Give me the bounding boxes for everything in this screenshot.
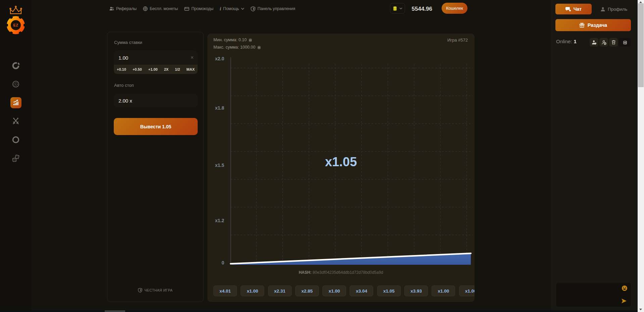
- giveaway-button[interactable]: Раздача: [555, 19, 631, 31]
- svg-text:EZ: EZ: [13, 23, 18, 27]
- history-multiplier[interactable]: x3.04: [350, 286, 373, 296]
- game-hash: HASH: 80e3df04235d64ddb1d72d78bd0d5a9d: [207, 270, 475, 275]
- fair-shield-icon: [138, 288, 142, 293]
- shield-icon: [251, 6, 255, 11]
- gift-icon: [579, 22, 585, 28]
- coins-icon: [623, 40, 628, 45]
- bet-panel: Сумма ставки 1.00 × +0.10 +0.50 +1.00 2X…: [107, 32, 204, 302]
- quick-amount-row: +0.10 +0.50 +1.00 2X 1/2 MAX: [114, 65, 198, 74]
- online-count: Online:1: [556, 39, 577, 44]
- profile-button[interactable]: Профиль: [600, 4, 627, 14]
- history-multiplier[interactable]: x2.31: [268, 286, 292, 296]
- history-multiplier[interactable]: x1.05: [377, 286, 401, 296]
- history-multiplier[interactable]: x1.00: [241, 286, 264, 296]
- crown-icon: [10, 6, 21, 14]
- quick-double[interactable]: 2X: [164, 67, 168, 71]
- quick-max[interactable]: MAX: [187, 67, 195, 71]
- chat-icon: [565, 7, 571, 12]
- sidebar-item-wheel[interactable]: [9, 59, 22, 72]
- sidebar-item-battles[interactable]: [9, 114, 22, 128]
- sidebar-item-ring[interactable]: [9, 133, 22, 146]
- chevron-down-icon: [241, 8, 244, 10]
- crash-icon: [12, 99, 19, 106]
- app: EZ: [0, 0, 644, 312]
- user-block-icon: [601, 40, 606, 45]
- referrals-icon: [109, 6, 114, 11]
- wallet-button[interactable]: Кошелек: [442, 3, 467, 14]
- sidebar: EZ: [0, 0, 32, 312]
- bet-amount-group: 1.00 × +0.10 +0.50 +1.00 2X 1/2 MAX: [114, 51, 198, 74]
- history-multiplier[interactable]: x1.00: [323, 286, 346, 296]
- nav-help[interactable]: i Помощь: [220, 6, 244, 11]
- autostop-input[interactable]: 2.00 x: [114, 94, 198, 107]
- horizontal-scrollbar[interactable]: [0, 310, 638, 312]
- ignore-user-button[interactable]: [599, 38, 608, 47]
- vertical-scrollbar-thumb[interactable]: [638, 3, 644, 87]
- chat-button[interactable]: Чат: [555, 4, 592, 14]
- wheel-icon: [12, 62, 20, 70]
- send-icon[interactable]: [621, 298, 627, 304]
- nav-free-coins[interactable]: Беспл. монеты: [143, 6, 178, 11]
- roulette-icon: [12, 80, 19, 88]
- trash-icon: [611, 40, 616, 45]
- info-icon: i: [220, 6, 221, 11]
- sidebar-item-dice[interactable]: [9, 151, 22, 165]
- user-icon: [600, 7, 605, 12]
- free-coins-icon: [143, 6, 148, 11]
- online-users-button[interactable]: [590, 38, 598, 47]
- emoji-icon[interactable]: [622, 285, 628, 291]
- bet-amount-input[interactable]: 1.00 ×: [114, 51, 198, 65]
- scroll-up-icon[interactable]: [639, 1, 642, 3]
- cashout-button[interactable]: Вывести 1.05: [114, 118, 198, 135]
- history-multiplier[interactable]: x1.00: [459, 286, 475, 296]
- top-navigation: Рефералы Беспл. монеты Промокоды i Помощ…: [109, 0, 295, 17]
- sidebar-item-crash[interactable]: [10, 97, 21, 108]
- brand-logo[interactable]: EZ: [6, 5, 26, 35]
- sidebar-item-roulette[interactable]: [9, 77, 22, 91]
- vertical-scrollbar[interactable]: [638, 0, 644, 312]
- history-multiplier[interactable]: x1.00: [432, 286, 455, 296]
- chat-currency-button[interactable]: [619, 38, 631, 47]
- nav-promo-codes[interactable]: Промокоды: [184, 6, 213, 11]
- balance-amount: 5544.96: [395, 6, 432, 12]
- bet-amount-label: Сумма ставки: [114, 40, 142, 45]
- swords-icon: [12, 117, 20, 125]
- history-multiplier[interactable]: x4.01: [213, 286, 237, 296]
- fair-game[interactable]: ЧЕСТНАЯ ИГРА: [107, 288, 203, 293]
- quick-add-0.50[interactable]: +0.50: [133, 67, 142, 71]
- history-multiplier[interactable]: x3.93: [404, 286, 428, 296]
- nav-admin-panel[interactable]: Панель управления: [251, 6, 295, 11]
- user-pin-icon: [592, 40, 597, 45]
- horizontal-scrollbar-thumb[interactable]: [105, 310, 125, 312]
- dice-icon: [12, 154, 20, 163]
- clear-amount-icon[interactable]: ×: [191, 51, 194, 65]
- clear-chat-button[interactable]: [609, 38, 618, 47]
- autostop-label: Авто стоп: [114, 83, 134, 88]
- right-panel: Чат Профиль Раздача Online:1: [551, 0, 638, 312]
- quick-add-0.10[interactable]: +0.10: [117, 67, 126, 71]
- chip-icon: EZ: [6, 16, 26, 34]
- chat-message-input[interactable]: [556, 282, 631, 307]
- quick-add-1.00[interactable]: +1.00: [148, 67, 158, 71]
- game-panel: Мин. сумма: 0.10 Макс. сумма: 1000.00 Иг…: [207, 34, 475, 302]
- scroll-down-icon[interactable]: [639, 309, 642, 310]
- ring-icon: [12, 136, 20, 144]
- history-multiplier[interactable]: x2.85: [295, 286, 319, 296]
- nav-referrals[interactable]: Рефералы: [109, 6, 137, 11]
- quick-half[interactable]: 1/2: [175, 67, 180, 71]
- current-multiplier: x1.05: [207, 155, 475, 169]
- history-row: x4.01 x1.00 x2.31 x2.85 x1.00 x3.04 x1.0…: [213, 286, 475, 296]
- promo-codes-icon: [184, 7, 189, 11]
